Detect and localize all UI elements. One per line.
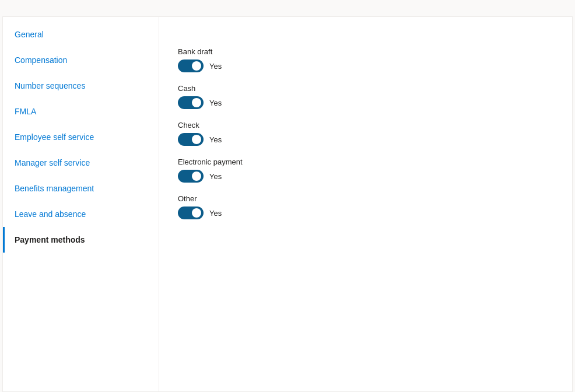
- toggle-value-other: Yes: [209, 209, 222, 218]
- toggle-thumb-electronic-payment: [192, 172, 201, 181]
- payment-option-other: OtherYes: [178, 194, 553, 219]
- payment-method-label-electronic-payment: Electronic payment: [178, 158, 553, 166]
- toggle-bank-draft[interactable]: [178, 60, 204, 72]
- toggle-thumb-other: [192, 208, 201, 218]
- sidebar-item-payment-methods[interactable]: Payment methods: [3, 227, 159, 253]
- sidebar-item-label-compensation: Compensation: [15, 55, 67, 65]
- sidebar-item-general[interactable]: General: [3, 22, 159, 47]
- sidebar-item-label-number-sequences: Number sequences: [15, 81, 85, 90]
- toggle-row-other: Yes: [178, 206, 553, 219]
- payment-method-label-cash: Cash: [178, 84, 553, 93]
- top-bar: [0, 0, 575, 7]
- toggle-thumb-bank-draft: [192, 61, 201, 71]
- toggle-row-bank-draft: Yes: [178, 60, 553, 72]
- payment-method-label-check: Check: [178, 121, 553, 130]
- toggle-row-cash: Yes: [178, 96, 553, 109]
- payment-option-cash: CashYes: [178, 84, 553, 109]
- payment-method-label-bank-draft: Bank draft: [178, 47, 553, 56]
- sidebar-item-label-manager-self-service: Manager self service: [15, 158, 90, 167]
- payment-option-check: CheckYes: [178, 121, 553, 146]
- sidebar-item-number-sequences[interactable]: Number sequences: [3, 73, 159, 99]
- sidebar-item-label-benefits-management: Benefits management: [15, 184, 94, 193]
- toggle-thumb-cash: [192, 98, 201, 107]
- sidebar: GeneralCompensationNumber sequencesFMLAE…: [3, 17, 159, 391]
- toggle-value-check: Yes: [209, 135, 222, 144]
- toggle-other[interactable]: [178, 206, 204, 219]
- payment-method-label-other: Other: [178, 194, 553, 203]
- toggle-value-cash: Yes: [209, 99, 222, 107]
- sidebar-item-label-general: General: [15, 30, 44, 39]
- toggle-value-bank-draft: Yes: [209, 62, 222, 71]
- toggle-thumb-check: [192, 135, 201, 144]
- sidebar-item-benefits-management[interactable]: Benefits management: [3, 176, 159, 201]
- page-title: [0, 7, 575, 16]
- sidebar-item-label-fmla: FMLA: [15, 107, 36, 116]
- sidebar-item-manager-self-service[interactable]: Manager self service: [3, 150, 159, 176]
- sidebar-item-label-leave-and-absence: Leave and absence: [15, 209, 86, 219]
- sidebar-item-employee-self-service[interactable]: Employee self service: [3, 124, 159, 150]
- toggle-cash[interactable]: [178, 96, 204, 109]
- main-content: Bank draftYesCashYesCheckYesElectronic p…: [159, 17, 572, 391]
- toggle-row-check: Yes: [178, 133, 553, 146]
- sidebar-item-compensation[interactable]: Compensation: [3, 47, 159, 73]
- toggle-value-electronic-payment: Yes: [209, 172, 222, 181]
- sidebar-item-label-employee-self-service: Employee self service: [15, 132, 94, 142]
- toggle-electronic-payment[interactable]: [178, 170, 204, 183]
- sidebar-item-fmla[interactable]: FMLA: [3, 99, 159, 124]
- page-container: GeneralCompensationNumber sequencesFMLAE…: [0, 0, 575, 392]
- sidebar-item-label-payment-methods: Payment methods: [15, 235, 85, 244]
- toggle-check[interactable]: [178, 133, 204, 146]
- sidebar-item-leave-and-absence[interactable]: Leave and absence: [3, 201, 159, 227]
- toggle-row-electronic-payment: Yes: [178, 170, 553, 183]
- payment-option-electronic-payment: Electronic paymentYes: [178, 158, 553, 183]
- payment-option-bank-draft: Bank draftYes: [178, 47, 553, 72]
- content-area: GeneralCompensationNumber sequencesFMLAE…: [2, 16, 573, 392]
